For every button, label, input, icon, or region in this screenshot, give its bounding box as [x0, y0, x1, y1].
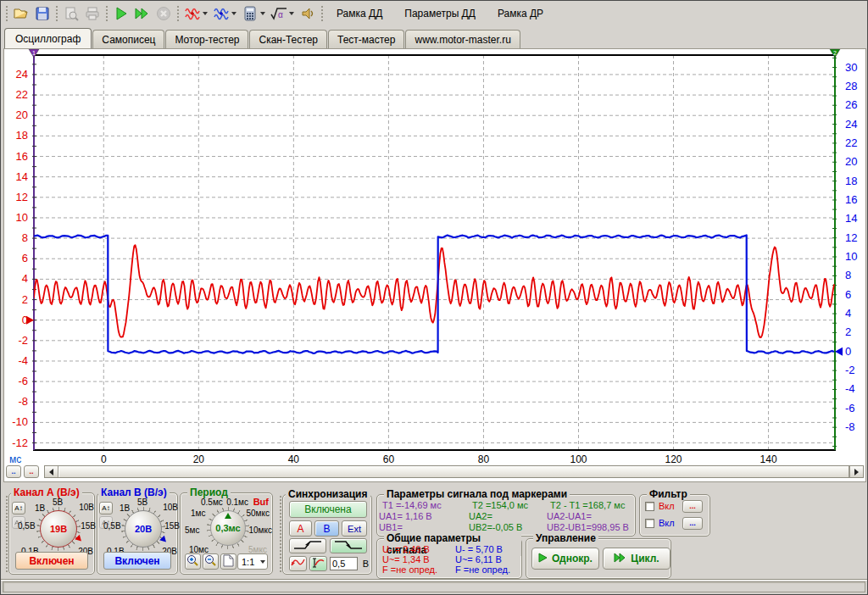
stop-button[interactable] — [153, 3, 174, 24]
tab-oscilloscope[interactable]: Осциллограф — [4, 28, 92, 48]
period-knob[interactable]: 0.5мс 0.1мс 1мс 50мкс 5мс 10мкс 10мс 5мк… — [184, 498, 270, 554]
svg-text:10: 10 — [845, 250, 857, 263]
dropdown-arrow-icon[interactable] — [260, 12, 265, 15]
calculator-button[interactable] — [239, 3, 260, 24]
scale-combobox[interactable]: 1:1 — [237, 553, 268, 570]
run-cycle-button[interactable] — [131, 3, 153, 24]
marker-red-button[interactable]: .. — [24, 465, 39, 478]
filter-title: Фильтр — [647, 488, 690, 500]
channel-b-knob-value[interactable]: 20В — [125, 510, 162, 548]
filter-b-checkbox[interactable] — [645, 519, 654, 528]
left-arrow-icon — [49, 469, 53, 475]
new-page-button[interactable] — [220, 553, 236, 570]
channel-a-knob-value[interactable]: 19В — [40, 510, 77, 548]
channel-a-range-knob[interactable]: 1В 5В 10В 15В 20В 0,1В 0,5В 19В — [21, 500, 94, 554]
b-freq-value: F =не опред. — [455, 564, 510, 575]
svg-text:20: 20 — [193, 453, 205, 464]
app-window: α Рамка ДД Параметры ДД Рамка ДР Осцилло… — [0, 0, 868, 595]
frame-dd-button[interactable]: Рамка ДД — [326, 3, 393, 24]
frame-dr-button[interactable]: Рамка ДР — [487, 3, 554, 24]
scroll-right-button[interactable] — [849, 466, 863, 477]
oscilloscope-plot[interactable]: 12-12-10-8-6-4-2024681012141618202224-8-… — [4, 49, 865, 464]
save-button[interactable] — [31, 3, 53, 24]
svg-text:80: 80 — [478, 453, 490, 464]
channel-a-signal-button[interactable] — [181, 3, 203, 24]
open-file-button[interactable] — [10, 3, 31, 24]
t2-value: T2 =154,0 мс — [472, 500, 528, 510]
oscilloscope-panel: 12-12-10-8-6-4-2024681012141618202224-8-… — [3, 48, 866, 482]
dropdown-arrow-icon[interactable] — [289, 12, 294, 15]
math-functions-button[interactable]: α — [268, 3, 289, 24]
trigger-level-icon — [311, 558, 326, 570]
toolbar-gripper[interactable] — [320, 4, 324, 23]
svg-text:16: 16 — [845, 193, 857, 206]
filter-a-checkbox[interactable] — [645, 502, 654, 511]
knob-label: 0,5В — [18, 521, 36, 531]
sync-enabled-button[interactable]: Включена — [289, 501, 367, 518]
svg-text:0: 0 — [845, 345, 851, 358]
svg-text:140: 140 — [760, 453, 777, 464]
channel-b-range-knob[interactable]: 1В 5В 10В 15В 20В 0,1В 0,5В 20В — [107, 500, 178, 554]
svg-text:14: 14 — [845, 212, 857, 225]
toolbar-gripper[interactable] — [175, 4, 180, 23]
svg-text:60: 60 — [383, 453, 395, 464]
tab-website[interactable]: www.motor-master.ru — [405, 30, 520, 48]
svg-text:2: 2 — [833, 50, 837, 56]
falling-edge-icon — [334, 540, 363, 553]
single-run-button[interactable]: Однокр. — [531, 548, 599, 570]
channel-a-on-button[interactable]: Включен — [15, 552, 88, 570]
control-strip: Канал А (В/э) А↕ А↕ 1В 5В 10В 15В 20В 0,… — [1, 486, 867, 581]
dropdown-arrow-icon[interactable] — [203, 12, 208, 15]
svg-text:-4: -4 — [18, 354, 28, 367]
horizontal-scrollbar[interactable] — [44, 465, 864, 478]
svg-text:-6: -6 — [18, 375, 28, 387]
channel-b-title: Канал B (В/э) — [98, 487, 170, 498]
sync-source-a-button[interactable]: А — [289, 520, 312, 537]
dropdown-arrow-icon[interactable] — [260, 560, 265, 564]
print-preview-button[interactable] — [60, 3, 81, 24]
zoom-in-button[interactable] — [185, 553, 201, 570]
falling-edge-button[interactable] — [330, 538, 367, 553]
scrollbar-thumb[interactable] — [58, 466, 849, 477]
svg-text:14: 14 — [16, 170, 28, 183]
svg-text:мс: мс — [9, 453, 21, 464]
svg-text:24: 24 — [845, 118, 857, 131]
run-single-button[interactable] — [110, 3, 131, 24]
channel-b-on-button[interactable]: Включен — [103, 552, 171, 570]
filter-a-more-button[interactable]: ... — [682, 500, 703, 513]
scroll-left-button[interactable] — [45, 466, 58, 477]
sound-button[interactable] — [297, 3, 318, 24]
rising-edge-icon — [293, 540, 322, 553]
print-button[interactable] — [81, 3, 103, 24]
zoom-out-button[interactable] — [203, 553, 219, 570]
svg-text:0: 0 — [101, 453, 107, 464]
tab-motor-tester[interactable]: Мотор-тестер — [165, 30, 248, 48]
svg-text:26: 26 — [845, 98, 857, 111]
sync-level-input[interactable] — [330, 557, 358, 570]
trigger-position-button[interactable] — [289, 556, 307, 571]
tab-recorder[interactable]: Самописец — [92, 30, 164, 48]
cycle-run-label: Цикл. — [631, 553, 659, 564]
sync-source-ext-button[interactable]: Ext — [342, 520, 367, 537]
b-ac-value: U~= 6,11 В — [455, 554, 502, 564]
trigger-level-button[interactable] — [309, 556, 327, 571]
params-dd-button[interactable]: Параметры ДД — [393, 3, 487, 24]
t2-t1-value: T2 - T1 =168,7 мс — [550, 500, 625, 510]
tab-scan-tester[interactable]: Скан-Тестер — [249, 30, 327, 48]
a-freq-value: F =не опред. — [382, 564, 437, 575]
marker-blue-button[interactable]: .. — [6, 465, 21, 478]
tab-test-master[interactable]: Тест-мастер — [328, 30, 404, 48]
dropdown-arrow-icon[interactable] — [231, 12, 236, 15]
channel-b-signal-button[interactable] — [210, 3, 231, 24]
knob-pointer-icon — [225, 513, 231, 519]
toolbar-gripper[interactable] — [4, 4, 8, 23]
play-icon — [114, 6, 129, 21]
a-ac-value: U~= 1,34 В — [382, 554, 430, 564]
toolbar-gripper[interactable] — [54, 4, 58, 23]
b-dc-value: U- = 5,70 В — [455, 544, 503, 554]
toolbar-gripper[interactable] — [104, 4, 108, 23]
cycle-run-button[interactable]: Цикл. — [603, 548, 670, 570]
sync-source-b-button[interactable]: В — [314, 520, 339, 537]
rising-edge-button[interactable] — [289, 538, 326, 553]
filter-b-more-button[interactable]: ... — [682, 517, 703, 530]
